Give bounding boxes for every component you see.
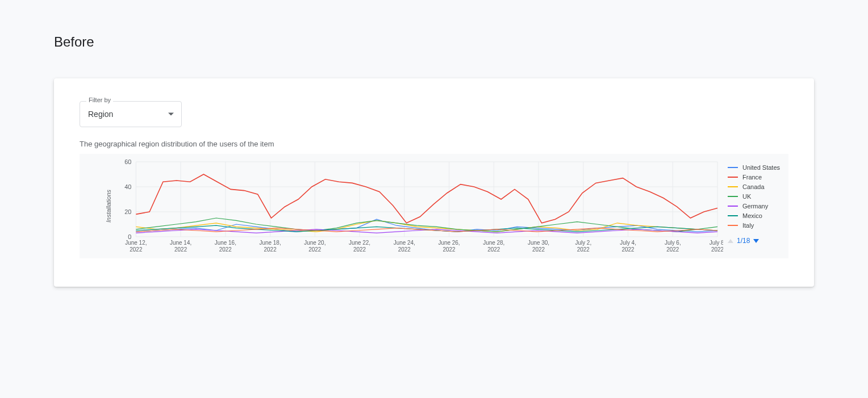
svg-text:2022: 2022 [443, 246, 456, 253]
svg-text:June 28,: June 28, [483, 240, 504, 246]
svg-text:2022: 2022 [353, 246, 366, 253]
svg-text:June 12,: June 12, [125, 240, 147, 246]
svg-text:June 14,: June 14, [170, 240, 191, 246]
legend-swatch [728, 196, 738, 197]
legend-page-down-icon[interactable] [753, 239, 759, 243]
legend-pager: 1/18 [728, 237, 784, 245]
legend-item[interactable]: Italy [728, 222, 784, 229]
legend-item[interactable]: UK [728, 193, 784, 200]
legend-label: Germany [742, 203, 768, 210]
svg-text:2022: 2022 [130, 246, 143, 253]
legend-swatch [728, 186, 738, 187]
svg-text:2022: 2022 [622, 246, 635, 253]
svg-text:July 8,: July 8, [710, 240, 723, 246]
chart-subtitle: The geographical region distribution of … [80, 140, 788, 148]
legend-swatch [728, 206, 738, 207]
line-chart: 0204060June 12,2022June 14,2022June 16,2… [80, 154, 723, 256]
svg-text:2022: 2022 [666, 246, 679, 253]
legend-label: Italy [742, 222, 754, 229]
chart-legend: United StatesFranceCanadaUKGermanyMexico… [723, 154, 788, 258]
chart-card: Filter by Region The geographical region… [54, 78, 814, 287]
legend-label: France [742, 174, 762, 181]
filter-selected-value: Region [88, 110, 113, 119]
legend-label: UK [742, 193, 751, 200]
filter-by-dropdown[interactable]: Filter by Region [80, 101, 182, 127]
legend-page-up-icon[interactable] [728, 239, 733, 243]
svg-text:June 24,: June 24, [394, 240, 415, 246]
svg-text:2022: 2022 [577, 246, 590, 253]
y-axis-title: Installations [105, 190, 112, 223]
legend-swatch [728, 177, 738, 178]
legend-label: United States [742, 164, 780, 171]
svg-text:June 22,: June 22, [349, 240, 370, 246]
svg-text:2022: 2022 [711, 246, 723, 253]
svg-text:July 2,: July 2, [575, 240, 591, 246]
legend-page-indicator: 1/18 [737, 237, 750, 245]
legend-item[interactable]: France [728, 174, 784, 181]
page-title: Before [54, 34, 814, 50]
svg-text:June 26,: June 26, [439, 240, 460, 246]
legend-item[interactable]: United States [728, 164, 784, 171]
legend-item[interactable]: Mexico [728, 212, 784, 219]
svg-text:2022: 2022 [308, 246, 322, 253]
svg-text:2022: 2022 [398, 246, 411, 253]
svg-text:60: 60 [124, 158, 131, 165]
svg-text:June 18,: June 18, [260, 240, 281, 246]
svg-text:June 20,: June 20, [304, 240, 326, 246]
legend-label: Mexico [742, 212, 762, 219]
legend-swatch [728, 167, 738, 168]
svg-text:June 16,: June 16, [215, 240, 236, 246]
legend-item[interactable]: Canada [728, 183, 784, 190]
svg-text:July 6,: July 6, [665, 240, 681, 246]
chevron-down-icon [168, 113, 174, 116]
svg-text:2022: 2022 [174, 246, 187, 253]
svg-text:20: 20 [124, 208, 131, 215]
svg-text:40: 40 [124, 183, 131, 190]
svg-text:June 30,: June 30, [528, 240, 549, 246]
filter-label: Filter by [86, 97, 113, 103]
legend-swatch [728, 215, 738, 216]
svg-text:2022: 2022 [264, 246, 277, 253]
svg-text:2022: 2022 [532, 246, 545, 253]
legend-item[interactable]: Germany [728, 203, 784, 210]
svg-text:2022: 2022 [487, 246, 500, 253]
chart-container: Installations 0204060June 12,2022June 14… [80, 154, 788, 258]
svg-text:2022: 2022 [219, 246, 232, 253]
svg-text:July 4,: July 4, [620, 240, 636, 246]
legend-label: Canada [742, 183, 765, 190]
legend-swatch [728, 225, 738, 226]
